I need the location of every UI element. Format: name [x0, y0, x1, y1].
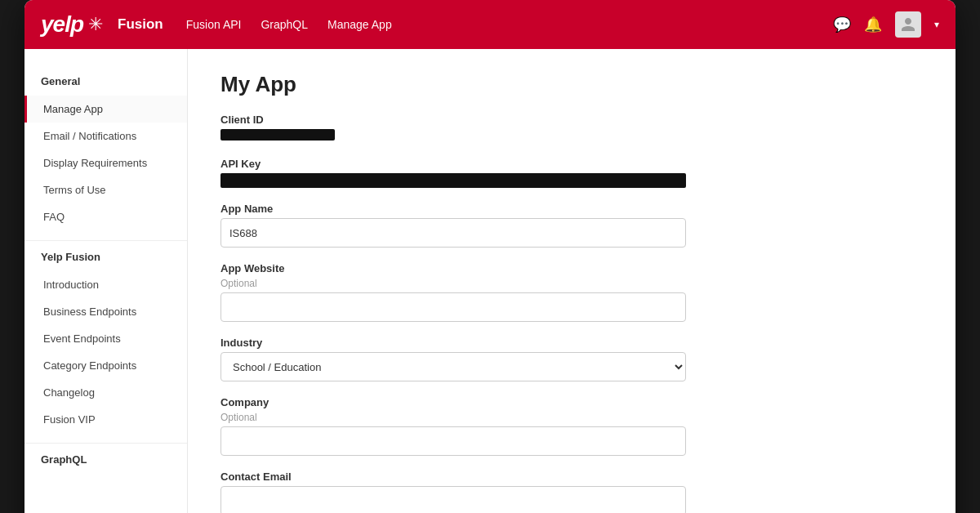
sidebar-section-yelp-fusion: Yelp Fusion	[24, 251, 187, 271]
app-name-label: App Name	[220, 203, 923, 215]
company-optional: Optional	[220, 412, 923, 423]
app-website-optional: Optional	[220, 278, 923, 289]
sidebar-item-changelog[interactable]: Changelog	[24, 379, 187, 406]
client-id-label: Client ID	[220, 114, 923, 126]
person-icon	[900, 16, 916, 33]
sidebar-item-terms-of-use[interactable]: Terms of Use	[24, 176, 187, 203]
api-key-field: API Key	[220, 158, 923, 188]
industry-field: Industry School / Education Technology H…	[220, 337, 923, 381]
content-area: My App Client ID API Key App Name	[188, 49, 956, 513]
client-id-field: Client ID	[220, 114, 923, 143]
company-label: Company	[220, 396, 923, 408]
contact-email-input[interactable]	[220, 486, 686, 513]
main-layout: General Manage App Email / Notifications…	[24, 49, 956, 513]
contact-email-field: Contact Email	[220, 471, 923, 513]
nav-fusion-api-link[interactable]: Fusion API	[186, 18, 242, 31]
industry-select[interactable]: School / Education Technology Healthcare…	[220, 352, 686, 381]
app-name-input[interactable]	[220, 218, 686, 248]
page-title: My App	[220, 72, 923, 97]
sidebar-divider-1	[24, 240, 187, 241]
bell-icon[interactable]: 🔔	[864, 16, 882, 33]
api-key-redacted	[220, 173, 686, 188]
user-caret-icon[interactable]: ▾	[934, 19, 939, 30]
sidebar-section-graphql: GraphQL	[24, 453, 187, 474]
sidebar-section-general: General	[24, 75, 187, 96]
app-website-label: App Website	[220, 262, 923, 274]
sidebar-item-fusion-vip[interactable]: Fusion VIP	[24, 406, 187, 433]
sidebar-divider-2	[24, 443, 187, 444]
client-id-redacted	[220, 129, 335, 141]
sidebar-item-faq[interactable]: FAQ	[24, 203, 187, 230]
sidebar: General Manage App Email / Notifications…	[24, 49, 188, 513]
chat-icon[interactable]: 💬	[833, 16, 851, 33]
user-avatar[interactable]	[895, 11, 921, 38]
nav-brand: Fusion	[118, 16, 163, 33]
sidebar-item-category-endpoints[interactable]: Category Endpoints	[24, 352, 187, 379]
nav-actions: 💬 🔔 ▾	[833, 11, 939, 38]
sidebar-item-event-endpoints[interactable]: Event Endpoints	[24, 325, 187, 352]
nav-manage-app-link[interactable]: Manage App	[327, 18, 392, 31]
company-field: Company Optional	[220, 396, 923, 456]
sidebar-item-manage-app[interactable]: Manage App	[24, 96, 187, 123]
nav-links: Fusion API GraphQL Manage App	[186, 18, 833, 31]
contact-email-label: Contact Email	[220, 471, 923, 483]
app-website-input[interactable]	[220, 292, 686, 322]
top-nav: yelp ✳ Fusion Fusion API GraphQL Manage …	[24, 0, 956, 49]
app-website-field: App Website Optional	[220, 262, 923, 322]
company-input[interactable]	[220, 426, 686, 456]
yelp-logo: yelp	[41, 11, 83, 38]
sidebar-item-introduction[interactable]: Introduction	[24, 271, 187, 298]
industry-label: Industry	[220, 337, 923, 349]
sidebar-item-business-endpoints[interactable]: Business Endpoints	[24, 298, 187, 325]
nav-graphql-link[interactable]: GraphQL	[261, 18, 308, 31]
client-id-value	[220, 129, 923, 143]
yelp-burst: ✳	[88, 14, 103, 35]
sidebar-item-email-notifications[interactable]: Email / Notifications	[24, 123, 187, 149]
sidebar-item-display-requirements[interactable]: Display Requirements	[24, 149, 187, 176]
app-name-field: App Name	[220, 203, 923, 248]
api-key-label: API Key	[220, 158, 923, 170]
